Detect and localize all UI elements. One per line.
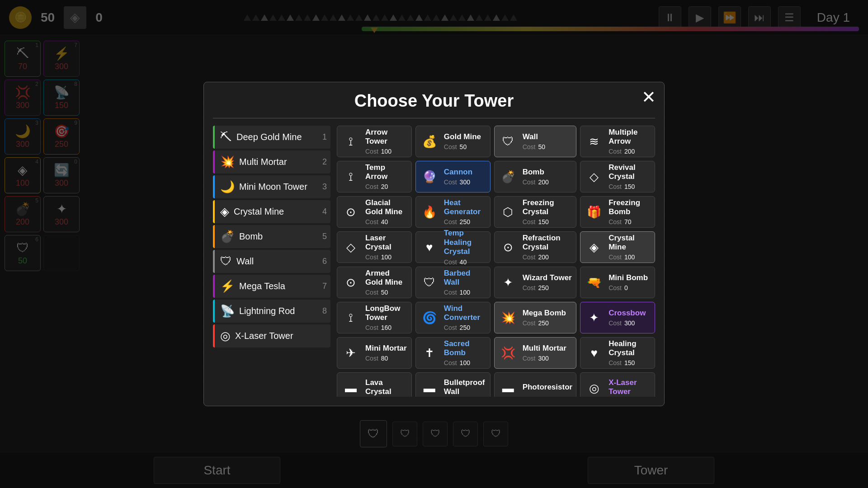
tower-list-item-6[interactable]: 🛡 Wall 6 [213,250,330,273]
tower-card-multiple-arrow[interactable]: ≋ Multiple Arrow Cost200 [580,126,655,157]
tower-card-revival-crystal[interactable]: ◇ Revival Crystal Cost150 [580,161,655,192]
tower-card-sacred-bomb[interactable]: ✝ Sacred Bomb Cost100 [415,337,491,369]
modal-body: ⛏ Deep Gold Mine 1 💥 Multi Mortar 2 🌙 Mi… [213,126,655,397]
choose-tower-modal: Choose Your Tower ✕ ⛏ Deep Gold Mine 1 💥… [203,82,665,406]
tower-list-item-9[interactable]: ◎ X-Laser Tower [213,324,330,347]
tower-card-photoresistor[interactable]: ▬ Photoresistor [494,372,577,397]
tower-list-item-7[interactable]: ⚡ Mega Tesla 7 [213,275,330,298]
tower-card-freezing-bomb[interactable]: 🎁 Freezing Bomb Cost70 [580,196,655,228]
modal-divider [213,118,655,118]
modal-close-button[interactable]: ✕ [642,89,656,106]
tower-card-temp-arrow[interactable]: ⟟ Temp Arrow Cost20 [337,161,412,192]
tower-card-lava-crystal[interactable]: ▬ Lava Crystal [337,372,412,397]
modal-title: Choose Your Tower [213,91,655,111]
tower-card-wizard-tower[interactable]: ✦ Wizard Tower Cost250 [494,267,577,298]
tower-card-bulletproof-wall[interactable]: ▬ Bulletproof Wall [415,372,491,397]
tower-card-gold-mine[interactable]: 💰 Gold Mine Cost50 [415,126,491,157]
tower-card-wind-converter[interactable]: 🌀 Wind Converter Cost250 [415,302,491,333]
tower-card-x-laser-tower[interactable]: ◎ X-Laser Tower [580,372,655,397]
tower-list-item-8[interactable]: 📡 Lightning Rod 8 [213,300,330,323]
tower-card-freezing-crystal[interactable]: ⬡ Freezing Crystal Cost150 [494,196,577,228]
tower-list-item-1[interactable]: ⛏ Deep Gold Mine 1 [213,126,330,149]
tower-list: ⛏ Deep Gold Mine 1 💥 Multi Mortar 2 🌙 Mi… [213,126,330,397]
tower-card-multi-mortar[interactable]: 💢 Multi Mortar Cost300 [494,337,577,369]
tower-card-armed-gold-mine[interactable]: ⊙ Armed Gold Mine Cost50 [337,267,412,298]
tower-card-laser-crystal[interactable]: ◇ Laser Crystal Cost100 [337,231,412,263]
tower-card-temp-healing-crystal[interactable]: ♥ Temp Healing Crystal Cost40 [415,231,491,263]
tower-list-item-2[interactable]: 💥 Multi Mortar 2 [213,150,330,174]
tower-grid: ⟟ Arrow Tower Cost100 💰 Gold Mine Cost50… [337,126,655,397]
tower-card-crystal-mine[interactable]: ◈ Crystal Mine Cost100 [580,231,655,263]
tower-card-wall[interactable]: 🛡 Wall Cost50 [494,126,577,157]
tower-card-barbed-wall[interactable]: 🛡 Barbed Wall Cost100 [415,267,491,298]
tower-card-arrow-tower[interactable]: ⟟ Arrow Tower Cost100 [337,126,412,157]
tower-card-heat-generator[interactable]: 🔥 Heat Generator Cost250 [415,196,491,228]
tower-card-mini-mortar[interactable]: ✈ Mini Mortar Cost80 [337,337,412,369]
tower-list-item-5[interactable]: 💣 Bomb 5 [213,225,330,248]
tower-list-item-4[interactable]: ◈ Crystal Mine 4 [213,200,330,223]
tower-card-bomb[interactable]: 💣 Bomb Cost200 [494,161,577,192]
tower-card-glacial-gold-mine[interactable]: ⊙ Glacial Gold Mine Cost40 [337,196,412,228]
tower-card-healing-crystal[interactable]: ♥ Healing Crystal Cost150 [580,337,655,369]
tower-card-longbow-tower[interactable]: ⟟ LongBow Tower Cost160 [337,302,412,333]
tower-card-cannon[interactable]: 🔮 Cannon Cost300 [415,161,491,192]
tower-card-mega-bomb[interactable]: 💥 Mega Bomb Cost250 [494,302,577,333]
tower-card-refraction-crystal[interactable]: ⊙ Refraction Crystal Cost200 [494,231,577,263]
tower-card-crossbow[interactable]: ✦ Crossbow Cost300 [580,302,655,333]
tower-card-mini-bomb[interactable]: 🔫 Mini Bomb Cost0 [580,267,655,298]
modal-overlay: Choose Your Tower ✕ ⛏ Deep Gold Mine 1 💥… [0,0,868,488]
tower-list-item-3[interactable]: 🌙 Mini Moon Tower 3 [213,175,330,198]
